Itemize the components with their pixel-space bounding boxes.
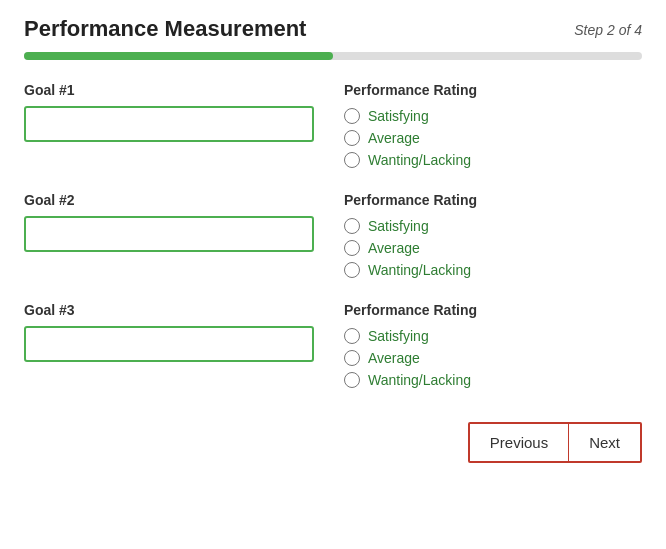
radio-group-1: Satisfying Average Wanting/Lacking: [344, 108, 642, 168]
radio-g3-satisfying[interactable]: [344, 328, 360, 344]
goal-row-2: Goal #2 Performance Rating Satisfying Av…: [24, 192, 642, 278]
radio-g1-average[interactable]: [344, 130, 360, 146]
next-button[interactable]: Next: [569, 424, 640, 461]
rating-label-1: Performance Rating: [344, 82, 642, 98]
step-indicator: Step 2 of 4: [574, 16, 642, 38]
goal-3-input[interactable]: [24, 326, 314, 362]
rating-label-2: Performance Rating: [344, 192, 642, 208]
goal-2-label: Goal #2: [24, 192, 314, 208]
radio-label-g3-average: Average: [368, 350, 420, 366]
radio-g2-average[interactable]: [344, 240, 360, 256]
rating-label-3: Performance Rating: [344, 302, 642, 318]
goal-row-1: Goal #1 Performance Rating Satisfying Av…: [24, 82, 642, 168]
radio-label-g3-satisfying: Satisfying: [368, 328, 429, 344]
goal-row-3: Goal #3 Performance Rating Satisfying Av…: [24, 302, 642, 388]
radio-label-g2-average: Average: [368, 240, 420, 256]
radio-item-g2-average[interactable]: Average: [344, 240, 642, 256]
radio-g2-satisfying[interactable]: [344, 218, 360, 234]
goal-3-label: Goal #3: [24, 302, 314, 318]
goal-1-input[interactable]: [24, 106, 314, 142]
goal-1-label: Goal #1: [24, 82, 314, 98]
radio-group-2: Satisfying Average Wanting/Lacking: [344, 218, 642, 278]
navigation-buttons: Previous Next: [468, 422, 642, 463]
radio-item-g1-satisfying[interactable]: Satisfying: [344, 108, 642, 124]
radio-g1-wanting[interactable]: [344, 152, 360, 168]
radio-g3-wanting[interactable]: [344, 372, 360, 388]
radio-item-g3-wanting[interactable]: Wanting/Lacking: [344, 372, 642, 388]
radio-group-3: Satisfying Average Wanting/Lacking: [344, 328, 642, 388]
goal-left-2: Goal #2: [24, 192, 334, 252]
goal-left-3: Goal #3: [24, 302, 334, 362]
header: Performance Measurement Step 2 of 4: [24, 16, 642, 42]
radio-item-g3-average[interactable]: Average: [344, 350, 642, 366]
previous-button[interactable]: Previous: [470, 424, 568, 461]
goal-right-2: Performance Rating Satisfying Average Wa…: [334, 192, 642, 278]
radio-label-g2-wanting: Wanting/Lacking: [368, 262, 471, 278]
footer: Previous Next: [24, 422, 642, 463]
progress-bar-container: [24, 52, 642, 60]
radio-g1-satisfying[interactable]: [344, 108, 360, 124]
goal-right-1: Performance Rating Satisfying Average Wa…: [334, 82, 642, 168]
radio-label-g3-wanting: Wanting/Lacking: [368, 372, 471, 388]
radio-item-g3-satisfying[interactable]: Satisfying: [344, 328, 642, 344]
progress-bar-fill: [24, 52, 333, 60]
radio-item-g2-wanting[interactable]: Wanting/Lacking: [344, 262, 642, 278]
radio-label-g1-satisfying: Satisfying: [368, 108, 429, 124]
goals-section: Goal #1 Performance Rating Satisfying Av…: [24, 82, 642, 412]
radio-item-g1-wanting[interactable]: Wanting/Lacking: [344, 152, 642, 168]
goal-right-3: Performance Rating Satisfying Average Wa…: [334, 302, 642, 388]
radio-item-g2-satisfying[interactable]: Satisfying: [344, 218, 642, 234]
goal-2-input[interactable]: [24, 216, 314, 252]
goal-left-1: Goal #1: [24, 82, 334, 142]
radio-item-g1-average[interactable]: Average: [344, 130, 642, 146]
radio-label-g1-average: Average: [368, 130, 420, 146]
radio-g2-wanting[interactable]: [344, 262, 360, 278]
radio-g3-average[interactable]: [344, 350, 360, 366]
radio-label-g1-wanting: Wanting/Lacking: [368, 152, 471, 168]
page-title: Performance Measurement: [24, 16, 306, 42]
radio-label-g2-satisfying: Satisfying: [368, 218, 429, 234]
